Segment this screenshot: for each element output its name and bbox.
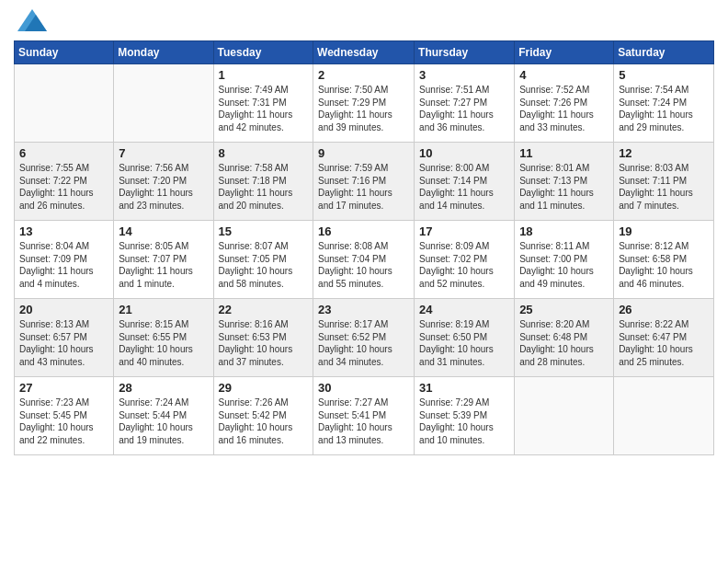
day-number: 10	[419, 146, 509, 160]
day-info: Sunrise: 7:50 AMSunset: 7:29 PMDaylight:…	[318, 84, 409, 133]
day-number: 31	[419, 381, 509, 395]
day-number: 9	[318, 146, 409, 160]
day-number: 14	[119, 224, 208, 238]
day-number: 13	[19, 224, 108, 238]
calendar-cell: 20Sunrise: 8:13 AMSunset: 6:57 PMDayligh…	[15, 299, 114, 377]
day-number: 8	[219, 146, 309, 160]
calendar-cell: 8Sunrise: 7:58 AMSunset: 7:18 PMDaylight…	[213, 143, 313, 221]
calendar-cell: 7Sunrise: 7:56 AMSunset: 7:20 PMDaylight…	[114, 143, 213, 221]
day-number: 4	[519, 68, 609, 82]
day-number: 6	[19, 146, 108, 160]
day-info: Sunrise: 7:49 AMSunset: 7:31 PMDaylight:…	[219, 84, 309, 133]
calendar-cell: 22Sunrise: 8:16 AMSunset: 6:53 PMDayligh…	[213, 299, 313, 377]
logo-icon	[17, 6, 47, 33]
day-number: 11	[519, 146, 609, 160]
calendar-cell: 12Sunrise: 8:03 AMSunset: 7:11 PMDayligh…	[614, 143, 714, 221]
calendar-cell: 25Sunrise: 8:20 AMSunset: 6:48 PMDayligh…	[515, 299, 614, 377]
calendar-cell: 13Sunrise: 8:04 AMSunset: 7:09 PMDayligh…	[15, 221, 114, 299]
day-info: Sunrise: 8:20 AMSunset: 6:48 PMDaylight:…	[519, 318, 609, 368]
day-number: 19	[619, 224, 709, 238]
day-number: 3	[419, 68, 509, 82]
calendar-week-5: 27Sunrise: 7:23 AMSunset: 5:45 PMDayligh…	[15, 377, 714, 455]
day-info: Sunrise: 8:16 AMSunset: 6:53 PMDaylight:…	[219, 318, 309, 368]
calendar-week-4: 20Sunrise: 8:13 AMSunset: 6:57 PMDayligh…	[15, 299, 714, 377]
calendar-cell	[515, 377, 614, 455]
day-number: 27	[19, 381, 108, 395]
day-info: Sunrise: 8:12 AMSunset: 6:58 PMDaylight:…	[619, 240, 709, 290]
day-number: 25	[519, 303, 609, 316]
calendar-header-saturday: Saturday	[614, 41, 714, 64]
calendar-cell: 2Sunrise: 7:50 AMSunset: 7:29 PMDaylight…	[313, 64, 415, 143]
day-info: Sunrise: 8:11 AMSunset: 7:00 PMDaylight:…	[519, 240, 609, 290]
day-info: Sunrise: 7:24 AMSunset: 5:44 PMDaylight:…	[119, 396, 208, 446]
day-info: Sunrise: 8:19 AMSunset: 6:50 PMDaylight:…	[419, 318, 509, 368]
calendar-cell: 11Sunrise: 8:01 AMSunset: 7:13 PMDayligh…	[515, 143, 614, 221]
calendar-cell: 26Sunrise: 8:22 AMSunset: 6:47 PMDayligh…	[614, 299, 714, 377]
calendar-cell	[614, 377, 714, 455]
calendar-cell: 18Sunrise: 8:11 AMSunset: 7:00 PMDayligh…	[515, 221, 614, 299]
day-number: 20	[19, 303, 108, 316]
day-number: 22	[219, 303, 309, 316]
calendar-week-1: 1Sunrise: 7:49 AMSunset: 7:31 PMDaylight…	[15, 64, 714, 143]
calendar-header-friday: Friday	[515, 41, 614, 64]
day-number: 16	[318, 224, 409, 238]
calendar-cell: 16Sunrise: 8:08 AMSunset: 7:04 PMDayligh…	[313, 221, 415, 299]
day-info: Sunrise: 7:56 AMSunset: 7:20 PMDaylight:…	[119, 162, 208, 212]
calendar-cell: 28Sunrise: 7:24 AMSunset: 5:44 PMDayligh…	[114, 377, 213, 455]
day-info: Sunrise: 8:15 AMSunset: 6:55 PMDaylight:…	[119, 318, 208, 368]
day-info: Sunrise: 7:26 AMSunset: 5:42 PMDaylight:…	[219, 396, 309, 446]
calendar-cell: 19Sunrise: 8:12 AMSunset: 6:58 PMDayligh…	[614, 221, 714, 299]
day-number: 23	[318, 303, 409, 316]
calendar-cell: 9Sunrise: 7:59 AMSunset: 7:16 PMDaylight…	[313, 143, 415, 221]
day-info: Sunrise: 8:00 AMSunset: 7:14 PMDaylight:…	[419, 162, 509, 212]
header	[14, 9, 714, 33]
calendar-cell: 21Sunrise: 8:15 AMSunset: 6:55 PMDayligh…	[114, 299, 213, 377]
day-info: Sunrise: 8:07 AMSunset: 7:05 PMDaylight:…	[219, 240, 309, 290]
calendar-cell	[15, 64, 114, 143]
day-info: Sunrise: 8:08 AMSunset: 7:04 PMDaylight:…	[318, 240, 409, 290]
calendar-header-row: SundayMondayTuesdayWednesdayThursdayFrid…	[15, 41, 714, 64]
day-info: Sunrise: 8:22 AMSunset: 6:47 PMDaylight:…	[619, 318, 709, 368]
day-number: 30	[318, 381, 409, 395]
day-info: Sunrise: 7:59 AMSunset: 7:16 PMDaylight:…	[318, 162, 409, 212]
page: SundayMondayTuesdayWednesdayThursdayFrid…	[0, 0, 728, 563]
calendar-cell: 24Sunrise: 8:19 AMSunset: 6:50 PMDayligh…	[415, 299, 515, 377]
calendar-header-thursday: Thursday	[415, 41, 515, 64]
calendar-cell: 3Sunrise: 7:51 AMSunset: 7:27 PMDaylight…	[415, 64, 515, 143]
day-info: Sunrise: 8:13 AMSunset: 6:57 PMDaylight:…	[19, 318, 108, 368]
day-number: 2	[318, 68, 409, 82]
day-info: Sunrise: 8:17 AMSunset: 6:52 PMDaylight:…	[318, 318, 409, 368]
calendar-table: SundayMondayTuesdayWednesdayThursdayFrid…	[14, 40, 714, 455]
day-info: Sunrise: 7:23 AMSunset: 5:45 PMDaylight:…	[19, 396, 108, 446]
calendar-header-monday: Monday	[114, 41, 213, 64]
day-info: Sunrise: 8:05 AMSunset: 7:07 PMDaylight:…	[119, 240, 208, 290]
day-info: Sunrise: 8:04 AMSunset: 7:09 PMDaylight:…	[19, 240, 108, 290]
calendar-cell: 23Sunrise: 8:17 AMSunset: 6:52 PMDayligh…	[313, 299, 415, 377]
day-info: Sunrise: 7:51 AMSunset: 7:27 PMDaylight:…	[419, 84, 509, 133]
day-info: Sunrise: 7:58 AMSunset: 7:18 PMDaylight:…	[219, 162, 309, 212]
calendar-cell	[114, 64, 213, 143]
calendar-cell: 30Sunrise: 7:27 AMSunset: 5:41 PMDayligh…	[313, 377, 415, 455]
day-info: Sunrise: 7:55 AMSunset: 7:22 PMDaylight:…	[19, 162, 108, 212]
day-number: 21	[119, 303, 208, 316]
day-number: 28	[119, 381, 208, 395]
calendar-cell: 27Sunrise: 7:23 AMSunset: 5:45 PMDayligh…	[15, 377, 114, 455]
day-info: Sunrise: 8:09 AMSunset: 7:02 PMDaylight:…	[419, 240, 509, 290]
calendar-cell: 17Sunrise: 8:09 AMSunset: 7:02 PMDayligh…	[415, 221, 515, 299]
calendar-cell: 31Sunrise: 7:29 AMSunset: 5:39 PMDayligh…	[415, 377, 515, 455]
calendar-week-2: 6Sunrise: 7:55 AMSunset: 7:22 PMDaylight…	[15, 143, 714, 221]
day-number: 26	[619, 303, 709, 316]
calendar-cell: 1Sunrise: 7:49 AMSunset: 7:31 PMDaylight…	[213, 64, 313, 143]
day-info: Sunrise: 7:29 AMSunset: 5:39 PMDaylight:…	[419, 396, 509, 446]
day-info: Sunrise: 7:27 AMSunset: 5:41 PMDaylight:…	[318, 396, 409, 446]
calendar-cell: 10Sunrise: 8:00 AMSunset: 7:14 PMDayligh…	[415, 143, 515, 221]
calendar-header-tuesday: Tuesday	[213, 41, 313, 64]
day-number: 1	[219, 68, 309, 82]
calendar-cell: 5Sunrise: 7:54 AMSunset: 7:24 PMDaylight…	[614, 64, 714, 143]
day-number: 5	[619, 68, 709, 82]
calendar-header-sunday: Sunday	[15, 41, 114, 64]
day-number: 12	[619, 146, 709, 160]
day-number: 7	[119, 146, 208, 160]
logo	[14, 13, 47, 33]
day-number: 15	[219, 224, 309, 238]
